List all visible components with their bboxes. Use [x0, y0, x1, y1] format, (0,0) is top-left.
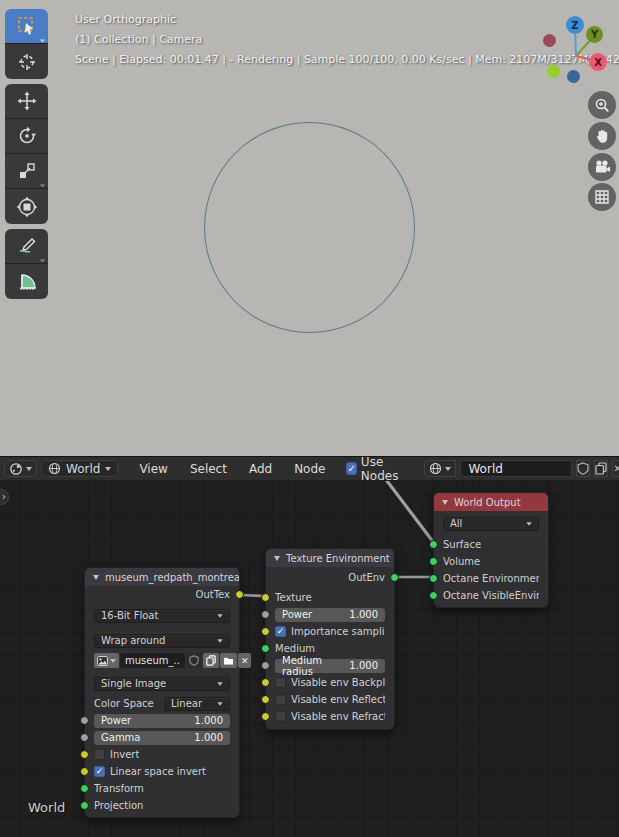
- copy-datablock-button[interactable]: [594, 460, 608, 477]
- socket-reflection[interactable]: [261, 695, 270, 704]
- navigation-gizmo[interactable]: Z Y X: [533, 5, 619, 95]
- gizmo-axis-z-neg[interactable]: [567, 70, 580, 83]
- socket-projection[interactable]: [80, 801, 89, 810]
- scale-tool[interactable]: [5, 154, 48, 189]
- socket-texture[interactable]: [261, 593, 270, 602]
- menu-select[interactable]: Select: [181, 462, 236, 476]
- backplate-checkbox[interactable]: [275, 677, 286, 688]
- camera-view-button[interactable]: [588, 153, 616, 181]
- node-texture-environment[interactable]: Texture Environment OutEnv Texture Power…: [265, 548, 395, 730]
- image-copy-button[interactable]: [203, 653, 219, 668]
- image-unlink-button[interactable]: ✕: [238, 653, 252, 668]
- socket-transform[interactable]: [80, 784, 89, 793]
- world-name-field[interactable]: World: [460, 460, 572, 477]
- use-nodes-checkbox[interactable]: ✓: [346, 462, 356, 475]
- cursor-tool[interactable]: [5, 44, 48, 79]
- browse-world-button[interactable]: [424, 460, 456, 477]
- chevron-down-icon: [217, 614, 222, 618]
- gizmo-axis-y[interactable]: Y: [586, 26, 603, 43]
- world-name-value: World: [468, 462, 502, 476]
- socket-surface[interactable]: [429, 540, 438, 549]
- fake-user-button[interactable]: [576, 460, 590, 477]
- collapse-icon[interactable]: [274, 556, 280, 561]
- node-image-texture[interactable]: museum_redpath_montreal_can.. OutTex 16-…: [84, 567, 240, 818]
- collapse-icon[interactable]: [442, 500, 448, 505]
- linear-space-invert-checkbox[interactable]: ✓: [94, 766, 105, 777]
- zoom-button[interactable]: [588, 91, 616, 119]
- menu-add[interactable]: Add: [240, 462, 281, 476]
- socket-volume[interactable]: [429, 557, 438, 566]
- measure-tool[interactable]: [5, 264, 48, 299]
- socket-medium-radius[interactable]: [261, 661, 270, 670]
- shader-editor-header: World View Select Add Node ✓ Use Nodes W…: [0, 457, 619, 481]
- world-icon: [48, 462, 61, 475]
- image-open-button[interactable]: [220, 653, 237, 668]
- slider-value: 1.000: [194, 715, 223, 726]
- menu-node[interactable]: Node: [285, 462, 334, 476]
- cursor-icon: [16, 51, 38, 73]
- collapse-icon[interactable]: [93, 575, 99, 580]
- node-image-texture-header[interactable]: museum_redpath_montreal_can..: [85, 568, 239, 586]
- gizmo-axis-x-neg[interactable]: [543, 34, 556, 47]
- gamma-slider[interactable]: Gamma 1.000: [94, 731, 230, 745]
- socket-backplate[interactable]: [261, 678, 270, 687]
- socket-linear-space-invert[interactable]: [80, 767, 89, 776]
- image-fake-user-button[interactable]: [186, 653, 202, 668]
- toggle-grid-button[interactable]: [588, 183, 616, 211]
- refraction-checkbox[interactable]: [275, 711, 286, 722]
- power-slider[interactable]: Power 1.000: [94, 714, 230, 728]
- node-title: World Output: [454, 497, 521, 508]
- socket-outenv[interactable]: [390, 573, 399, 582]
- importance-sampling-checkbox[interactable]: ✓: [275, 626, 286, 637]
- socket-refraction[interactable]: [261, 712, 270, 721]
- node-editor-canvas[interactable]: › World World Output All Surface Volume: [0, 481, 619, 837]
- color-space-dropdown[interactable]: Linear: [164, 697, 230, 711]
- power-slider[interactable]: Power 1.000: [275, 608, 385, 622]
- menu-view[interactable]: View: [130, 462, 176, 476]
- 3d-viewport[interactable]: User Orthographic (1) Collection | Camer…: [0, 0, 619, 457]
- pan-button[interactable]: [588, 122, 616, 150]
- wrap-mode-dropdown[interactable]: Wrap around: [94, 634, 230, 648]
- node-world-output-header[interactable]: World Output: [434, 493, 548, 511]
- node-world-output[interactable]: World Output All Surface Volume Octane E…: [433, 492, 549, 608]
- slider-value: 1.000: [349, 609, 378, 620]
- medium-radius-slider[interactable]: Medium radius 1.000: [275, 659, 385, 673]
- slider-label: Power: [101, 715, 131, 726]
- editor-type-selector[interactable]: [4, 460, 37, 477]
- socket-outtex[interactable]: [235, 590, 244, 599]
- image-name-field[interactable]: museum_..: [120, 653, 185, 668]
- color-space-row: Color Space Linear: [85, 695, 239, 712]
- rendered-sphere: [204, 122, 415, 333]
- hand-icon: [594, 128, 610, 144]
- image-source-dropdown[interactable]: Single Image: [94, 677, 230, 691]
- transform-tool[interactable]: [5, 189, 48, 224]
- socket-power[interactable]: [80, 716, 89, 725]
- blender-window: User Orthographic (1) Collection | Camer…: [0, 0, 619, 837]
- checkbox-label: Invert: [110, 749, 139, 760]
- annotate-tool[interactable]: [5, 229, 48, 264]
- socket-importance-sampling[interactable]: [261, 627, 270, 636]
- browse-image-button[interactable]: [94, 653, 119, 668]
- output-mode-dropdown[interactable]: All: [443, 517, 539, 531]
- invert-checkbox[interactable]: [94, 749, 105, 760]
- socket-medium[interactable]: [261, 644, 270, 653]
- socket-power[interactable]: [261, 610, 270, 619]
- shader-type-dropdown[interactable]: World: [41, 460, 118, 477]
- gizmo-axis-z[interactable]: Z: [566, 16, 584, 34]
- measure-icon: [16, 271, 38, 293]
- socket-octane-visible-environment[interactable]: [429, 591, 438, 600]
- gizmo-axis-y-neg[interactable]: [547, 65, 560, 78]
- select-box-tool[interactable]: [5, 9, 48, 44]
- close-icon: ✕: [241, 656, 249, 666]
- unlink-datablock-button[interactable]: ✕: [612, 460, 619, 477]
- rotate-tool[interactable]: [5, 119, 48, 154]
- socket-gamma[interactable]: [80, 733, 89, 742]
- node-texture-environment-header[interactable]: Texture Environment: [266, 549, 394, 567]
- reflection-checkbox[interactable]: [275, 694, 286, 705]
- socket-invert[interactable]: [80, 750, 89, 759]
- socket-octane-environment[interactable]: [429, 574, 438, 583]
- input-volume-row: Volume: [434, 553, 548, 570]
- move-tool[interactable]: [5, 84, 48, 119]
- bit-depth-dropdown[interactable]: 16-Bit Float: [94, 609, 230, 623]
- gizmo-axis-x[interactable]: X: [589, 53, 607, 71]
